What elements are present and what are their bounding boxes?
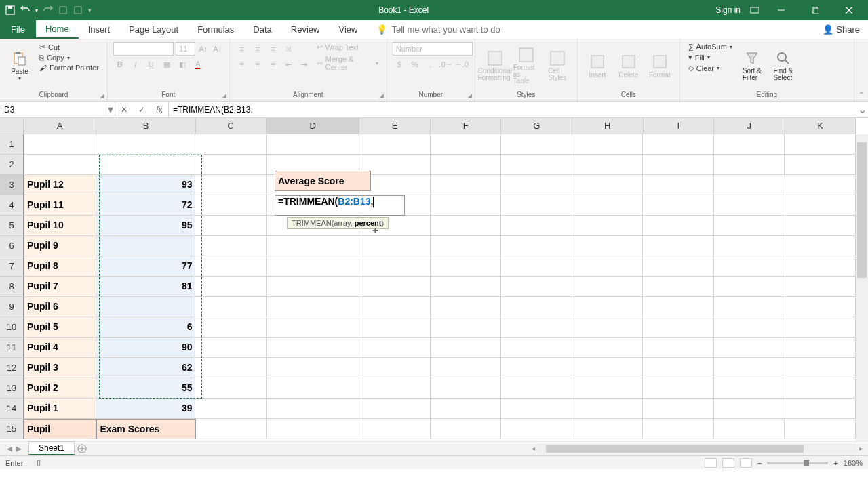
cell-E7[interactable] [359, 297, 431, 317]
cell-F7[interactable] [431, 297, 502, 317]
cell-K11[interactable] [785, 216, 856, 236]
cell-K1[interactable] [785, 419, 856, 439]
bold-button[interactable]: B [113, 58, 127, 71]
cell-A1[interactable]: Pupil [24, 419, 96, 439]
cell-J6[interactable] [714, 317, 785, 338]
cell-C3[interactable] [195, 378, 267, 399]
undo-icon[interactable] [20, 5, 30, 15]
horizontal-scrollbar[interactable] [538, 444, 856, 453]
col-header-F[interactable]: F [431, 118, 502, 134]
cell-H1[interactable] [572, 419, 644, 439]
tab-formulas[interactable]: Formulas [188, 20, 243, 39]
sign-in-link[interactable]: Sign in [715, 5, 741, 15]
fill-color-button[interactable]: ◧ [176, 58, 189, 71]
align-top-icon[interactable]: ≡ [235, 42, 249, 56]
fill-button[interactable]: ▾Fill ▾ [686, 52, 735, 62]
tab-data[interactable]: Data [243, 20, 281, 39]
enter-formula-button[interactable]: ✓ [133, 105, 151, 115]
cell-J15[interactable] [714, 134, 785, 155]
clear-button[interactable]: ◇Clear ▾ [686, 63, 735, 73]
cell-K8[interactable] [785, 277, 856, 297]
formula-bar-input[interactable]: =TRIMMEAN(B2:B13, [169, 102, 856, 117]
cell-F3[interactable] [431, 378, 502, 399]
cell-F13[interactable] [431, 175, 502, 195]
cell-H14[interactable] [572, 155, 644, 175]
font-size-combo[interactable]: 11 [176, 42, 195, 56]
page-layout-view-button[interactable] [722, 458, 734, 468]
font-color-button[interactable]: A [191, 58, 205, 71]
autosum-button[interactable]: ∑AutoSum ▾ [686, 42, 735, 52]
tab-view[interactable]: View [329, 20, 367, 39]
col-header-K[interactable]: K [785, 118, 856, 134]
cell-B12[interactable]: 72 [96, 195, 195, 216]
cell-C7[interactable] [195, 297, 267, 317]
format-as-table-button[interactable]: Format as Table [512, 42, 540, 89]
cell-G7[interactable] [501, 297, 572, 317]
cell-I13[interactable] [643, 175, 714, 195]
cell-J5[interactable] [714, 338, 785, 358]
percent-icon[interactable]: % [408, 58, 422, 71]
add-sheet-button[interactable] [75, 441, 90, 455]
page-break-view-button[interactable] [740, 458, 752, 468]
conditional-formatting-button[interactable]: Conditional Formatting [481, 42, 509, 89]
font-family-combo[interactable] [113, 42, 174, 56]
maximize-button[interactable] [803, 0, 827, 20]
cell-K10[interactable] [785, 236, 856, 256]
row-header-10[interactable]: 10 [0, 317, 24, 338]
cell-J3[interactable] [714, 378, 785, 399]
cell-K9[interactable] [785, 256, 856, 277]
orientation-icon[interactable]: ⤮ [282, 42, 296, 56]
cell-B1[interactable]: Exam Scores [96, 419, 195, 439]
ribbon-display-icon[interactable] [750, 5, 760, 15]
cell-D8[interactable] [267, 277, 359, 297]
align-center-icon[interactable]: ≡ [251, 58, 264, 71]
cell-B14[interactable] [96, 155, 195, 175]
align-left-icon[interactable]: ≡ [235, 58, 249, 71]
cell-G5[interactable] [501, 338, 572, 358]
zoom-level[interactable]: 160% [844, 459, 863, 467]
cell-H12[interactable] [572, 195, 644, 216]
cell-D6[interactable] [267, 317, 359, 338]
col-header-D[interactable]: D [267, 118, 359, 134]
tab-review[interactable]: Review [281, 20, 330, 39]
minimize-button[interactable] [769, 0, 793, 20]
row-header-8[interactable]: 8 [0, 277, 24, 297]
cell-F10[interactable] [431, 236, 502, 256]
cell-C15[interactable] [195, 134, 267, 155]
cell-J1[interactable] [714, 419, 785, 439]
cell-G1[interactable] [501, 419, 572, 439]
cell-J2[interactable] [714, 399, 785, 419]
cell-A5[interactable]: Pupil 4 [24, 338, 96, 358]
select-all-corner[interactable] [0, 118, 24, 134]
cell-H10[interactable] [572, 236, 644, 256]
wrap-text-button[interactable]: ↩Wrap Text [314, 42, 381, 52]
tab-insert[interactable]: Insert [79, 20, 120, 39]
row-header-12[interactable]: 12 [0, 358, 24, 378]
row-header-1[interactable]: 1 [0, 134, 24, 155]
qat-customize-icon[interactable]: ▾ [88, 7, 92, 14]
cell-C10[interactable] [195, 236, 267, 256]
cell-F4[interactable] [431, 358, 502, 378]
undo-dropdown-icon[interactable]: ▾ [35, 7, 38, 14]
cell-J10[interactable] [714, 236, 785, 256]
cell-C4[interactable] [195, 358, 267, 378]
cell-E10[interactable] [359, 236, 431, 256]
hscroll-left-icon[interactable]: ◂ [529, 445, 538, 452]
cell-A2[interactable]: Pupil 1 [24, 399, 96, 419]
cell-B2[interactable]: 39 [96, 399, 195, 419]
cell-C14[interactable] [195, 155, 267, 175]
format-painter-button[interactable]: 🖌Format Painter [37, 63, 102, 73]
row-header-13[interactable]: 13 [0, 378, 24, 399]
cell-I1[interactable] [643, 419, 714, 439]
cell-D2[interactable] [267, 399, 359, 419]
cell-I3[interactable] [643, 378, 714, 399]
paste-button[interactable]: Paste ▾ [5, 42, 34, 89]
cell-B10[interactable] [96, 236, 195, 256]
row-header-15[interactable]: 15 [0, 419, 24, 439]
tab-home[interactable]: Home [36, 20, 79, 39]
row-header-9[interactable]: 9 [0, 297, 24, 317]
insert-cells-button[interactable]: Insert [583, 42, 612, 89]
cell-J11[interactable] [714, 216, 785, 236]
col-header-A[interactable]: A [24, 118, 96, 134]
cell-H13[interactable] [572, 175, 644, 195]
